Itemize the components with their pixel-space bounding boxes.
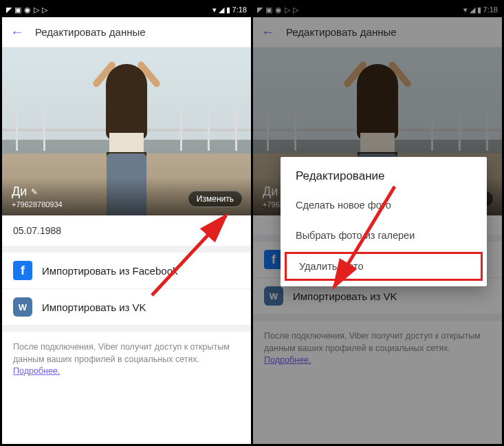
take-new-photo-option[interactable]: Сделать новое фото: [281, 190, 487, 220]
app-bar: ← Редактировать данные: [2, 17, 251, 47]
viber-icon: ◉: [24, 6, 31, 14]
divider: [2, 246, 251, 253]
play-icon: ▷: [34, 6, 39, 14]
footer-text: После подключения, Viber получит доступ …: [2, 332, 251, 387]
phone-screen-right: ◤ ▣ ◉ ▷ ▷ ▾ ◢ ▮ 7:18 ← Редактировать дан…: [253, 2, 502, 444]
divider: [2, 325, 251, 332]
send-icon: ◤: [6, 6, 12, 14]
import-vk-button[interactable]: W Импортировать из VK: [2, 288, 251, 325]
profile-name: Ди: [12, 184, 27, 199]
dialog-title: Редактирование: [281, 169, 487, 190]
back-arrow-icon[interactable]: ←: [10, 24, 24, 40]
import-facebook-button[interactable]: f Импортировать из Facebook: [2, 253, 251, 288]
import-facebook-label: Импортировать из Facebook: [42, 265, 177, 277]
birthday-field[interactable]: 05.07.1988: [2, 215, 251, 246]
vk-icon: W: [13, 297, 32, 317]
choose-from-gallery-option[interactable]: Выбрать фото из галереи: [281, 220, 487, 251]
page-title: Редактировать данные: [35, 26, 146, 38]
profile-photo[interactable]: Ди ✎ +79628780934 Изменить: [2, 47, 251, 215]
signal-icon: ◢: [219, 6, 224, 14]
facebook-icon: f: [13, 261, 32, 280]
camera-icon: ▣: [14, 6, 21, 14]
status-time: 7:18: [232, 6, 247, 14]
battery-icon: ▮: [226, 6, 230, 14]
status-bar: ◤ ▣ ◉ ▷ ▷ ▾ ◢ ▮ 7:18: [2, 2, 251, 17]
delete-photo-option[interactable]: Удалить фото: [285, 252, 483, 281]
learn-more-link[interactable]: Подробнее.: [13, 366, 60, 376]
wifi-icon: ▾: [212, 6, 217, 14]
import-vk-label: Импортировать из VK: [42, 301, 146, 313]
pencil-icon[interactable]: ✎: [31, 187, 38, 197]
change-photo-button[interactable]: Изменить: [188, 191, 243, 207]
edit-photo-dialog: Редактирование Сделать новое фото Выбрат…: [281, 157, 487, 286]
phone-screen-left: ◤ ▣ ◉ ▷ ▷ ▾ ◢ ▮ 7:18 ← Редактировать дан…: [2, 2, 251, 444]
play-icon: ▷: [42, 6, 47, 14]
